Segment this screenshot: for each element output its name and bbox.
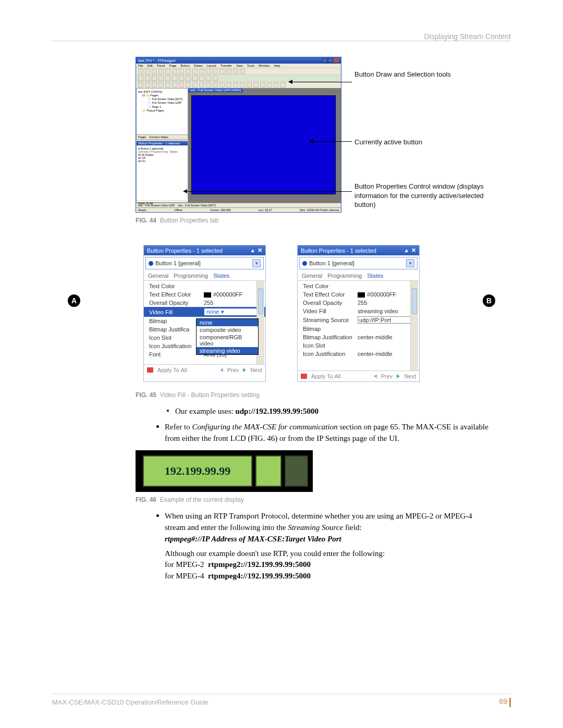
toolbar-icon[interactable] — [145, 76, 150, 81]
design-canvas[interactable]: test - Full Screen Video-UDP [100%] — [188, 88, 341, 203]
toolbar-icon[interactable] — [138, 69, 143, 74]
next-button[interactable]: Next — [250, 367, 262, 373]
video-fill-dropdown[interactable]: none composite video component/RGB video… — [196, 318, 259, 355]
toolbar-icon[interactable] — [280, 82, 286, 88]
toolbar-icon[interactable] — [138, 82, 143, 88]
toolbar-icon[interactable] — [186, 82, 191, 88]
menu-item[interactable]: File — [138, 64, 143, 67]
tab-general[interactable]: General — [148, 273, 168, 279]
toolbar-icon[interactable] — [206, 69, 211, 74]
menu-item[interactable]: Edit — [148, 64, 153, 67]
toolbar-icon[interactable] — [138, 76, 143, 81]
toolbar-icon[interactable] — [172, 69, 177, 74]
toolbar-icon[interactable] — [240, 82, 245, 88]
toolbar-icon[interactable] — [206, 76, 211, 81]
menu-item[interactable]: States — [194, 64, 203, 67]
streaming-source-input[interactable]: udp://IP:Port — [358, 316, 414, 324]
next-button[interactable]: Next — [404, 373, 416, 379]
prev-icon[interactable] — [374, 374, 377, 378]
toolbar-icon[interactable] — [152, 82, 157, 88]
tab-general[interactable]: General — [302, 273, 322, 279]
toolbar-icon[interactable] — [165, 76, 170, 81]
props-state[interactable]: On — [142, 159, 145, 163]
prev-icon[interactable] — [220, 368, 223, 372]
toolbar-icon[interactable] — [186, 76, 191, 81]
toolbar-icon[interactable] — [186, 69, 191, 74]
toolbar-icon[interactable] — [226, 69, 231, 74]
dropdown-option[interactable]: none — [197, 319, 258, 326]
tab-programming[interactable]: Programming — [174, 273, 208, 279]
apply-to-all[interactable]: Apply To All — [157, 367, 187, 373]
toolbar-icon[interactable] — [219, 82, 225, 88]
prev-button[interactable]: Prev — [227, 367, 239, 373]
toolbar-icon[interactable] — [274, 82, 279, 88]
menu-item[interactable]: Tools — [247, 64, 254, 67]
next-icon[interactable] — [397, 374, 400, 378]
tree-item[interactable]: Full Screen Video-UDP — [152, 101, 182, 104]
toolbar-icon[interactable] — [267, 82, 272, 88]
tree-tabs[interactable]: Pages Function Maps — [136, 135, 188, 140]
minimize-icon[interactable] — [322, 58, 327, 63]
toolbar-icon[interactable] — [165, 69, 170, 74]
toolbar-icon[interactable] — [233, 69, 238, 74]
toolbar-icon[interactable] — [158, 69, 164, 74]
tab-states[interactable]: States — [367, 273, 383, 279]
apply-to-all[interactable]: Apply To All — [311, 373, 341, 379]
toolbar-icon[interactable] — [158, 76, 164, 81]
toolbar-icon[interactable] — [213, 82, 218, 88]
toolbar-icon[interactable] — [158, 82, 164, 88]
toolbar-icon[interactable] — [260, 82, 265, 88]
toolbar-icon[interactable] — [240, 69, 245, 74]
video-fill-row[interactable]: Video Fillnone ▾ — [144, 307, 265, 317]
toolbar-icon[interactable] — [199, 69, 204, 74]
apply-to-all[interactable]: Apply To All — [137, 201, 188, 205]
workspace-tree[interactable]: test [NXT-1700VG] ⊟ 📁 Pages 📄 Full Scree… — [136, 88, 188, 135]
toolbar-icon[interactable] — [233, 82, 238, 88]
tree-item[interactable]: Full Screen Video [EXT] — [152, 97, 183, 101]
tab-states[interactable]: States — [213, 273, 229, 279]
prev-button[interactable]: Prev — [381, 373, 393, 379]
tree-popup[interactable]: Popup Pages — [147, 109, 164, 112]
menu-item[interactable]: Page — [169, 64, 176, 67]
toolbar-icon[interactable] — [179, 69, 184, 74]
video-fill-select[interactable]: none ▾ — [204, 308, 260, 316]
toolbar-icon[interactable] — [179, 82, 184, 88]
toolbar-icon[interactable] — [206, 82, 211, 88]
scroll-thumb[interactable] — [412, 288, 417, 314]
active-button-area[interactable] — [191, 95, 336, 194]
toolbar-icon[interactable] — [179, 76, 184, 81]
close-icon[interactable] — [334, 58, 339, 63]
toolbar-icon[interactable] — [247, 82, 252, 88]
toolbar-row-1[interactable] — [136, 68, 341, 75]
tree-tab[interactable]: Function Maps — [150, 135, 168, 139]
tab-programming[interactable]: Programming — [327, 273, 362, 279]
button-selector[interactable]: Button 1 [general] ▾ — [145, 257, 264, 269]
menu-item[interactable]: View — [236, 64, 243, 67]
toolbar-icon[interactable] — [172, 82, 177, 88]
tree-pages[interactable]: Pages — [150, 94, 158, 97]
close-icon[interactable]: ✕ — [411, 247, 416, 254]
menu-item[interactable]: Button — [180, 64, 189, 67]
maximize-icon[interactable] — [328, 58, 333, 63]
chevron-down-icon[interactable]: ▾ — [252, 259, 261, 267]
toolbar-icon[interactable] — [199, 82, 204, 88]
toolbar-icon[interactable] — [192, 69, 198, 74]
toolbar-icon[interactable] — [253, 82, 259, 88]
toolbar-icon[interactable] — [172, 76, 177, 81]
next-icon[interactable] — [243, 368, 246, 372]
dropdown-option[interactable]: streaming video — [197, 347, 258, 354]
toolbar-row-2[interactable] — [136, 75, 341, 81]
toolbar-icon[interactable] — [226, 82, 231, 88]
dropdown-option[interactable]: component/RGB video — [197, 334, 258, 347]
canvas-tab[interactable]: test - Full Screen Video-UDP [100%] — [188, 88, 243, 92]
toolbar-icon[interactable] — [165, 82, 170, 88]
toolbar-icon[interactable] — [199, 76, 204, 81]
toolbar-icon[interactable] — [219, 69, 225, 74]
menu-item[interactable]: Panel — [157, 64, 165, 67]
scrollbar[interactable] — [410, 281, 418, 371]
dropdown-option[interactable]: composite video — [197, 326, 258, 334]
menu-bar[interactable]: File Edit Panel Page Button States Layou… — [136, 64, 341, 68]
toolbar-icon[interactable] — [192, 82, 198, 88]
scroll-thumb[interactable] — [258, 288, 263, 314]
collapse-icon[interactable]: ▴ — [405, 247, 408, 254]
